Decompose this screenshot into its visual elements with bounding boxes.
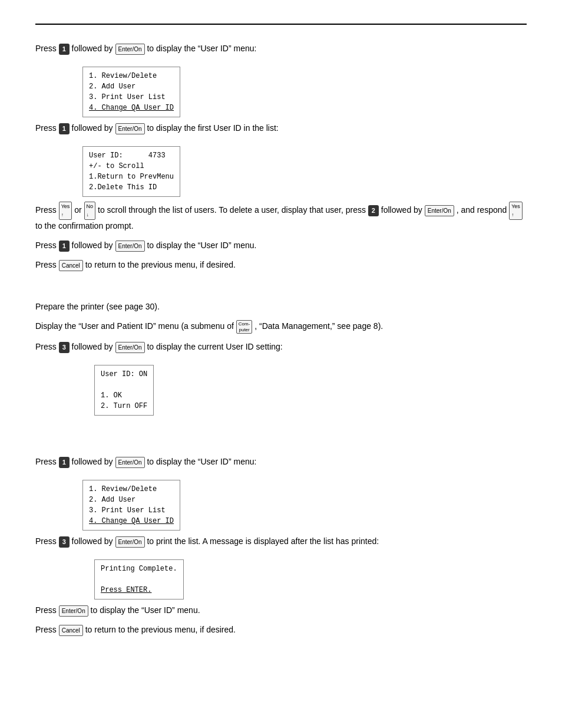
para-11: Press Enter/On to display the “User ID” … [35,604,527,617]
display-user-id-setting: to display the current User ID setting: [147,342,282,351]
section-2: Prepare the printer (see page 30). Displ… [35,301,527,420]
screen-line-3-2: 1. OK [101,390,147,401]
spacer-2 [35,438,527,456]
para-5: Press Cancel to return to the previous m… [35,259,527,271]
section-3: Press 1 followed by Enter/On to display … [35,456,527,636]
key-1-btn-1: 1 [59,44,70,55]
screen-line-2-3: 1.Return to PrevMenu [89,172,174,182]
scroll-text: to scroll through the list of users. To … [98,205,368,215]
yes-key-1: Yes↑ [59,202,72,220]
followed-text-3: followed by [381,205,425,215]
para-6: Prepare the printer (see page 30). [35,301,527,313]
screen-box-2: User ID: 4733 +/- to Scroll 1.Return to … [35,141,527,202]
enter-on-key-4: Enter/On [115,241,145,252]
screen-line-3-blank [101,380,147,390]
para-9: Press 1 followed by Enter/On to display … [35,456,527,468]
screen-box-3: User ID: ON 1. OK 2. Turn OFF [35,360,527,420]
display-user-id-menu-2: to display the “User ID” menu. [147,241,256,250]
enter-on-key-7: Enter/On [115,536,145,548]
press-text-3: Press [35,205,59,215]
screen-line-4-1: 1. Review/Delete [89,484,174,495]
para-1: Press 1 followed by Enter/On to display … [35,42,527,55]
cancel-key-2: Cancel [59,625,83,636]
followed-text-5: followed by [72,342,115,351]
screen-line-1-3: 3. Print User List [89,92,174,103]
followed-text-2: followed by [72,123,115,133]
key-2-btn: 2 [368,205,379,216]
display-user-patient: Display the “User and Patient ID” menu (… [35,321,236,331]
followed-text-4: followed by [72,241,115,250]
page: Press 1 followed by Enter/On to display … [0,0,562,728]
data-management-text: , “Data Management,” see page 8). [254,321,383,331]
return-prev-2: to return to the previous menu, if desir… [85,625,236,634]
para-8: Press 3 followed by Enter/On to display … [35,341,527,353]
prepare-printer-text: Prepare the printer (see page 30). [35,302,160,311]
print-list-text: to print the list. A message is displaye… [147,536,379,546]
key-1-btn-3: 1 [59,241,70,252]
display-first-user-id: to display the first User ID in the list… [147,123,278,133]
no-key-1: No↓ [84,202,96,220]
para-10: Press 3 followed by Enter/On to print th… [35,535,527,548]
screen-box-5: Printing Complete. Press ENTER. [35,555,527,604]
screen-line-1-2: 2. Add User [89,81,174,92]
screen-display-2: User ID: 4733 +/- to Scroll 1.Return to … [82,146,180,197]
yes-key-2: Yes↑ [509,202,523,220]
screen-display-3: User ID: ON 1. OK 2. Turn OFF [94,365,154,416]
enter-on-key-1: Enter/On [115,44,145,55]
press-text-9: Press [35,605,59,615]
screen-box-1: 1. Review/Delete 2. Add User 3. Print Us… [35,62,527,122]
para-2: Press 1 followed by Enter/On to display … [35,122,527,134]
top-divider [35,24,527,25]
screen-box-4: 1. Review/Delete 2. Add User 3. Print Us… [35,475,527,535]
screen-line-2-1: User ID: 4733 [89,150,174,161]
screen-display-4: 1. Review/Delete 2. Add User 3. Print Us… [82,480,180,531]
press-text-2: Press [35,123,59,133]
screen-line-1-4: 4. Change QA User ID [89,103,174,113]
key-1-btn-4: 1 [59,457,70,468]
screen-display-1: 1. Review/Delete 2. Add User 3. Print Us… [82,67,180,117]
key-3-btn-1: 3 [59,342,70,353]
screen-line-2-2: +/- to Scroll [89,161,174,172]
enter-on-key-2: Enter/On [115,123,145,134]
para-7: Display the “User and Patient ID” menu (… [35,320,527,334]
screen-line-3-1: User ID: ON [101,369,147,380]
display-user-id-menu-3: to display the “User ID” menu: [147,457,256,466]
respond-text: , and respond [457,205,510,215]
confirmation-text: to the confirmation prompt. [35,221,134,230]
para-12: Press Cancel to return to the previous m… [35,624,527,636]
screen-line-4-2: 2. Add User [89,495,174,505]
followed-text-6: followed by [72,457,115,466]
enter-on-key-3: Enter/On [425,205,454,216]
display-user-id-menu-1: to display the “User ID” menu: [147,44,256,53]
key-3-btn-2: 3 [59,536,70,548]
press-text-10: Press [35,625,59,634]
screen-display-5: Printing Complete. Press ENTER. [94,559,184,599]
screen-line-5-1: Printing Complete. [101,564,177,574]
press-text-7: Press [35,457,59,466]
return-prev-1: to return to the previous menu, if desir… [85,260,236,269]
screen-line-5-blank [101,574,177,585]
press-text-4: Press [35,241,59,250]
screen-line-2-4: 2.Delete This ID [89,182,174,193]
para-3: Press Yes↑ or No↓ to scroll through the … [35,202,527,232]
screen-line-5-2: Press ENTER. [101,585,177,595]
or-text: or [74,205,84,215]
spacer-1 [35,289,527,301]
screen-line-4-4: 4. Change QA User ID [89,516,174,526]
screen-line-3-3: 2. Turn OFF [101,401,147,411]
para-4: Press 1 followed by Enter/On to display … [35,239,527,252]
key-1-btn-2: 1 [59,123,70,134]
press-text-1: Press [35,44,59,53]
press-text-5: Press [35,260,59,269]
section-1: Press 1 followed by Enter/On to display … [35,42,527,271]
enter-on-key-6: Enter/On [115,457,145,468]
computer-key: Com-puter [236,320,253,334]
cancel-key-1: Cancel [59,260,83,271]
screen-line-1-1: 1. Review/Delete [89,71,174,81]
followed-text-1: followed by [72,44,115,53]
followed-text-7: followed by [72,536,115,546]
screen-line-4-3: 3. Print User List [89,505,174,516]
press-text-6: Press [35,342,59,351]
enter-on-key-5: Enter/On [115,342,145,353]
enter-on-key-8: Enter/On [59,605,88,617]
